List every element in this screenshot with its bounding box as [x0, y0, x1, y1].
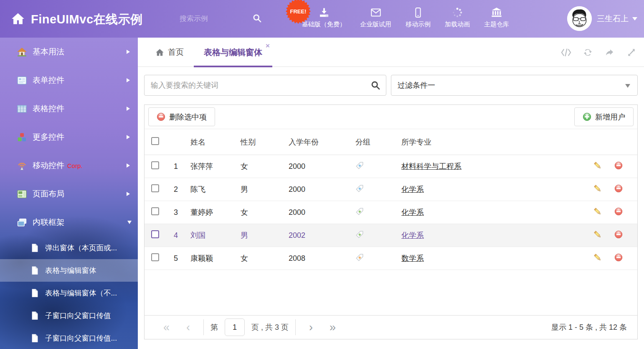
filter-dropdown[interactable]: 过滤条件一: [391, 75, 638, 96]
bank-icon: [491, 7, 502, 18]
header-nav-item[interactable]: 主题仓库: [477, 0, 516, 38]
add-user-button[interactable]: 新增用户: [574, 107, 634, 126]
page-number-input[interactable]: [225, 318, 245, 336]
sidebar-item[interactable]: 页面布局: [0, 180, 138, 208]
free-badge: FREE!: [286, 0, 311, 24]
prev-page-icon[interactable]: ‹: [178, 322, 198, 333]
envelope-icon: [370, 7, 382, 18]
app-header: FineUIMvc在线示例 FREE! 基础版（免费）企业版试用移动示例加载动画…: [0, 0, 644, 38]
sidebar-subitem[interactable]: 弹出窗体（本页面或...: [0, 237, 138, 259]
chevron-down-icon: [632, 17, 637, 20]
chevron-right-icon: [127, 107, 130, 111]
table-icon: [17, 104, 27, 114]
sidebar-item[interactable]: 内联框架: [0, 208, 138, 237]
header-search-input[interactable]: [180, 12, 244, 26]
keyword-search-input[interactable]: [144, 75, 386, 96]
header-nav: 基础版（免费）企业版试用移动示例加载动画主题仓库: [295, 0, 516, 38]
sidebar-item[interactable]: 表单控件: [0, 66, 138, 94]
minus-circle-icon: [157, 112, 165, 121]
row-checkbox[interactable]: [151, 207, 159, 215]
row-checkbox[interactable]: [151, 161, 159, 169]
cell-name: 康颖颖: [184, 253, 241, 263]
chevron-right-icon: [127, 192, 130, 196]
user-menu[interactable]: 三生石上: [567, 6, 637, 31]
table-row[interactable]: 1张萍萍女2000材料科学与工程系: [145, 155, 637, 178]
share-icon[interactable]: [604, 48, 615, 57]
record-summary: 显示 1 - 5 条 , 共 12 条: [551, 322, 627, 332]
major-link[interactable]: 化学系: [401, 208, 424, 217]
chevron-right-icon: [127, 135, 130, 139]
layout-icon: [17, 189, 27, 199]
search-icon[interactable]: [252, 13, 262, 23]
user-avatar[interactable]: [567, 6, 592, 31]
source-code-icon[interactable]: [561, 48, 571, 57]
row-checkbox[interactable]: [151, 230, 159, 238]
cell-name: 刘国: [184, 230, 241, 240]
delete-selected-button[interactable]: 删除选中项: [148, 107, 215, 126]
table-header: 姓名 性别 入学年份 分组 所学专业: [145, 129, 637, 155]
sidebar: 基本用法表单控件表格控件更多控件移动控件Corp.页面布局内联框架弹出窗体（本页…: [0, 38, 138, 349]
edit-icon[interactable]: [593, 230, 602, 239]
sidebar-subitem[interactable]: 表格与编辑窗体（不...: [0, 282, 138, 304]
column-gender: 性别: [241, 137, 289, 147]
chevron-right-icon: [127, 50, 130, 54]
column-major: 所学专业: [401, 137, 587, 147]
cell-gender: 女: [241, 161, 289, 171]
edit-icon[interactable]: [593, 207, 602, 216]
delete-icon[interactable]: [614, 161, 623, 170]
cell-gender: 女: [241, 207, 289, 217]
chevron-down-icon: [625, 84, 630, 88]
header-nav-item[interactable]: 移动示例: [398, 0, 438, 38]
delete-icon[interactable]: [614, 230, 623, 239]
row-checkbox[interactable]: [151, 253, 159, 261]
divider: [295, 319, 296, 335]
search-icon[interactable]: [370, 80, 380, 90]
home-icon: [155, 48, 164, 57]
tab[interactable]: 首页: [145, 38, 194, 67]
row-index: 5: [167, 254, 184, 263]
row-index: 3: [167, 208, 184, 217]
sidebar-item[interactable]: 更多控件: [0, 123, 138, 151]
major-link[interactable]: 化学系: [401, 185, 424, 194]
sidebar-subitem[interactable]: 子窗口向父窗口传值...: [0, 327, 138, 349]
plus-circle-icon: [583, 112, 591, 121]
last-page-icon[interactable]: »: [321, 322, 344, 333]
delete-icon[interactable]: [614, 184, 623, 193]
header-nav-item[interactable]: 企业版试用: [353, 0, 398, 38]
major-link[interactable]: 化学系: [401, 231, 424, 239]
header-nav-item[interactable]: 加载动画: [438, 0, 477, 38]
edit-icon[interactable]: [593, 161, 602, 170]
sidebar-subitem[interactable]: 表格与编辑窗体: [0, 259, 138, 282]
home-icon[interactable]: [11, 12, 25, 26]
sidebar-item[interactable]: 表格控件: [0, 94, 138, 123]
close-icon[interactable]: ×: [266, 42, 270, 49]
edit-icon[interactable]: [593, 184, 602, 193]
table-row[interactable]: 3董婷婷女2000化学系: [145, 201, 637, 224]
major-link[interactable]: 数学系: [401, 254, 424, 262]
user-name[interactable]: 三生石上: [597, 13, 629, 24]
row-checkbox[interactable]: [151, 184, 159, 192]
cell-gender: 男: [241, 184, 289, 194]
expand-icon[interactable]: [626, 48, 636, 57]
cell-name: 张萍萍: [184, 161, 241, 171]
edit-icon[interactable]: [593, 253, 602, 262]
app-title: FineUIMvc在线示例: [31, 11, 143, 28]
next-page-icon[interactable]: ›: [301, 322, 321, 333]
sidebar-subitem[interactable]: 子窗口向父窗口传值: [0, 304, 138, 327]
first-page-icon[interactable]: «: [155, 322, 178, 333]
select-all-checkbox[interactable]: [151, 137, 159, 145]
table-row[interactable]: 2陈飞男2000化学系: [145, 178, 637, 201]
delete-icon[interactable]: [614, 253, 623, 262]
keyword-search: [144, 75, 386, 96]
file-icon: [31, 243, 39, 252]
spinner-icon: [451, 7, 463, 18]
table-row[interactable]: 5康颖颖女2008数学系: [145, 247, 637, 270]
delete-icon[interactable]: [614, 207, 623, 216]
sidebar-item[interactable]: 移动控件Corp.: [0, 151, 138, 180]
major-link[interactable]: 材料科学与工程系: [401, 162, 461, 171]
add-user-label: 新增用户: [595, 112, 625, 122]
sidebar-item[interactable]: 基本用法: [0, 38, 138, 66]
refresh-icon[interactable]: [583, 48, 593, 57]
tab[interactable]: 表格与编辑窗体×: [194, 38, 272, 67]
table-row[interactable]: 4刘国男2002化学系: [145, 224, 637, 247]
